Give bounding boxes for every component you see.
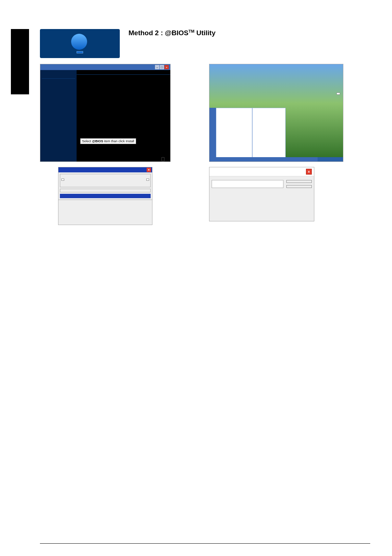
fig3-callout-check bbox=[61, 179, 64, 181]
fig2-image bbox=[209, 64, 343, 162]
close-icon[interactable]: × bbox=[164, 65, 169, 69]
page-footer bbox=[40, 543, 370, 545]
fig1-description bbox=[77, 70, 170, 75]
fig3-progress bbox=[60, 194, 151, 198]
fig3-callout-update bbox=[146, 179, 149, 181]
fig1-adu bbox=[162, 157, 164, 161]
close-icon[interactable]: × bbox=[306, 169, 312, 175]
bios-logo bbox=[40, 29, 120, 58]
fig1-callout: Select @BIOS item than click Install bbox=[80, 138, 136, 144]
ok-button[interactable] bbox=[286, 180, 312, 183]
server-list[interactable] bbox=[212, 180, 283, 188]
programs-submenu[interactable] bbox=[252, 108, 286, 159]
fig1-image: – □ × Select @BIOS item than click Insta… bbox=[40, 64, 171, 162]
fig2-callout bbox=[336, 93, 340, 95]
language-tab bbox=[11, 29, 29, 94]
logo-at-symbol bbox=[71, 34, 87, 50]
gigabyte-logo bbox=[42, 72, 75, 79]
start-menu[interactable] bbox=[216, 108, 252, 159]
system-tray[interactable] bbox=[318, 157, 343, 162]
close-icon[interactable]: × bbox=[147, 168, 151, 172]
fig4-image: × bbox=[209, 167, 314, 221]
fig3-status bbox=[58, 200, 152, 201]
method-title: Method 2 : @BIOSTM Utility bbox=[128, 29, 374, 37]
minimize-icon[interactable]: – bbox=[155, 65, 159, 69]
maximize-icon[interactable]: □ bbox=[160, 65, 164, 69]
cancel-button[interactable] bbox=[286, 185, 312, 188]
fig3-image: × bbox=[58, 167, 152, 225]
start-menu-band bbox=[209, 108, 216, 159]
logo-subtitle bbox=[77, 51, 83, 53]
